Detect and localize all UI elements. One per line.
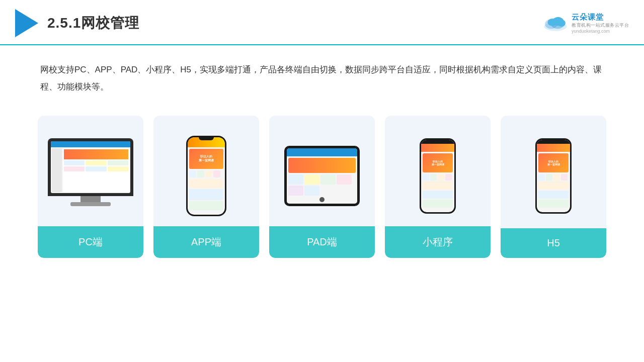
card-h5-label: H5 xyxy=(501,228,606,258)
logo-sub-text: 教育机构一站式服务云平台 xyxy=(572,22,629,29)
card-pad: PAD端 xyxy=(269,116,375,258)
card-app: 职达人的第一堂网课 APP端 xyxy=(153,116,259,258)
logo-text-block: 云朵课堂 教育机构一站式服务云平台 yunduoketang.com xyxy=(572,13,629,34)
card-h5-image: 职达人的第一堂网课 xyxy=(501,126,606,226)
header-right: 云朵课堂 教育机构一站式服务云平台 yunduoketang.com xyxy=(542,13,629,34)
pad-tablet-icon xyxy=(284,146,360,206)
cards-container: PC端 职达人的第一堂网课 xyxy=(0,111,644,258)
card-pad-image xyxy=(269,126,375,226)
card-h5: 职达人的第一堂网课 H5 xyxy=(501,116,606,258)
cloud-logo: 云朵课堂 教育机构一站式服务云平台 yunduoketang.com xyxy=(542,13,629,34)
card-miniprogram-image: 职达人的第一堂网课 xyxy=(385,126,491,226)
miniprogram-phone-icon: 职达人的第一堂网课 xyxy=(420,138,456,214)
logo-main-text: 云朵课堂 xyxy=(572,13,604,22)
logo-triangle-icon xyxy=(15,9,38,37)
header-left: 2.5.1网校管理 xyxy=(15,9,139,37)
card-pc-image xyxy=(38,126,143,226)
svg-point-5 xyxy=(548,19,556,26)
card-miniprogram-label: 小程序 xyxy=(385,226,491,258)
card-pc: PC端 xyxy=(38,116,143,258)
app-phone-icon: 职达人的第一堂网课 xyxy=(186,136,226,216)
card-pc-label: PC端 xyxy=(38,226,143,258)
cloud-icon xyxy=(542,14,569,32)
h5-phone-icon: 职达人的第一堂网课 xyxy=(535,138,572,214)
card-pad-label: PAD端 xyxy=(269,226,375,258)
card-miniprogram: 职达人的第一堂网课 小程序 xyxy=(385,116,491,258)
header: 2.5.1网校管理 云朵课堂 教育机构一站式服务云平台 yunduoketang… xyxy=(0,0,644,45)
svg-point-6 xyxy=(557,20,566,27)
logo-domain: yunduoketang.com xyxy=(572,29,610,34)
description-text: 网校支持PC、APP、PAD、小程序、H5，实现多端打通，产品各终端自由切换，数… xyxy=(0,45,644,106)
pc-monitor-icon xyxy=(48,138,133,214)
card-app-label: APP端 xyxy=(153,226,259,258)
page-title: 2.5.1网校管理 xyxy=(47,14,139,33)
card-app-image: 职达人的第一堂网课 xyxy=(153,126,259,226)
